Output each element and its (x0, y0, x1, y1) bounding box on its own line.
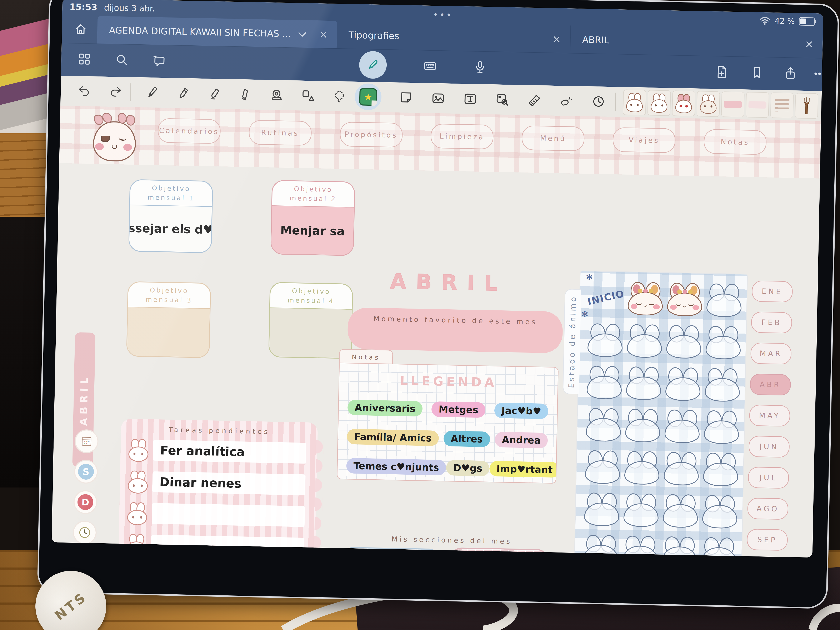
task-text[interactable]: Fer analítica (153, 440, 306, 464)
tab-abril[interactable]: ABRIL× (570, 25, 823, 58)
mood-bunny-slot[interactable] (624, 361, 664, 404)
mood-bunny-slot[interactable] (703, 321, 743, 364)
close-icon[interactable]: × (796, 38, 823, 51)
objective-card-1[interactable]: Objetivomensual 1Passejar els d♥gs (128, 179, 213, 253)
sticker-tool-icon[interactable]: ★ (355, 83, 382, 111)
section-frame-pink[interactable] (448, 547, 549, 557)
home-button[interactable] (71, 20, 90, 39)
mood-bunny-slot[interactable] (660, 489, 701, 532)
clock-shortcut-icon[interactable] (74, 521, 96, 543)
mood-bunny-slot[interactable] (581, 530, 621, 557)
mood-bunny-slot[interactable] (701, 447, 741, 490)
letter-s-icon[interactable]: S (75, 461, 97, 483)
fork-sticker[interactable] (795, 93, 818, 119)
month-tab-jun[interactable]: JUN (748, 436, 790, 458)
month-tab-feb[interactable]: FEB (751, 311, 792, 333)
month-tab-ene[interactable]: ENE (752, 280, 793, 303)
pink-washi-sticker[interactable] (721, 92, 744, 117)
objective-card-4[interactable]: Objetivomensual 4 (268, 282, 353, 359)
objective-card-3[interactable]: Objetivomensual 3 (126, 281, 211, 358)
stamp-sticker[interactable] (770, 93, 794, 118)
nav-button-limpieza[interactable]: Limpieza (431, 123, 494, 149)
nav-button-menu[interactable]: Menú (521, 125, 584, 151)
hamster-sticker[interactable] (697, 91, 720, 117)
bunny-heart-ears-sticker[interactable] (672, 90, 695, 116)
mood-bunny-slot[interactable] (584, 360, 624, 404)
add-page-icon[interactable] (711, 61, 732, 82)
checkbox-icon[interactable] (73, 552, 95, 557)
keyboard-icon[interactable] (419, 55, 441, 77)
ai-chat-icon[interactable] (148, 50, 170, 71)
bunny-bow-sticker[interactable] (623, 90, 646, 115)
shapes-icon[interactable] (297, 85, 319, 107)
clock-icon[interactable] (587, 90, 609, 112)
favorite-moment-box[interactable]: Momento favorito de este mes (347, 307, 563, 353)
pen-icon[interactable] (141, 82, 163, 104)
pencil-icon[interactable] (172, 82, 194, 104)
month-tab-sep[interactable]: SEP (747, 529, 788, 551)
month-tab-may[interactable]: MAY (749, 404, 790, 427)
mood-bunny-slot[interactable] (662, 404, 702, 447)
window-controls-dots[interactable]: ••• (433, 10, 453, 20)
photo-search-icon[interactable] (491, 88, 513, 111)
nav-button-rutinas[interactable]: Rutinas (248, 120, 312, 146)
mood-bunny-slot[interactable] (704, 278, 744, 322)
pen-circle-icon[interactable] (359, 51, 387, 79)
microphone-icon[interactable] (469, 57, 491, 78)
highlighter-icon[interactable] (203, 83, 226, 105)
mood-bunny-slot[interactable] (621, 488, 661, 531)
nav-button-notas[interactable]: Notas (704, 129, 767, 155)
undo-icon[interactable] (73, 80, 95, 102)
nav-button-propositos[interactable]: Propósitos (339, 122, 403, 147)
task-text[interactable] (151, 535, 305, 558)
mood-bunny-slot[interactable] (582, 487, 622, 531)
tab-tipografies[interactable]: Tipografies× (337, 21, 571, 53)
bookmark-icon[interactable] (747, 62, 768, 83)
smart-eraser-icon[interactable] (556, 90, 578, 112)
nav-button-calendarios[interactable]: Calendarios (158, 118, 221, 144)
nav-button-viajes[interactable]: Viajes (613, 127, 676, 153)
mood-bunny-slot[interactable] (702, 363, 742, 406)
task-text[interactable]: Dinar nenes (152, 472, 306, 496)
month-tab-jul[interactable]: JUL (748, 467, 789, 489)
letter-d-icon[interactable]: D (74, 491, 96, 513)
mood-bunny-slot[interactable] (623, 404, 663, 447)
notes-folder-tab[interactable]: Notas (339, 349, 393, 365)
pale-washi-sticker[interactable] (745, 92, 769, 118)
month-tab-ago[interactable]: AGO (747, 498, 788, 520)
calendar-icon[interactable] (76, 430, 98, 452)
mood-bunny-slot[interactable] (661, 447, 701, 490)
mood-bunny-slot[interactable] (585, 318, 625, 361)
mood-bunny-slot[interactable] (701, 405, 742, 448)
mood-bunny-slot[interactable] (622, 446, 662, 489)
mood-bunny-slot[interactable] (620, 531, 660, 557)
mood-bunny-slot[interactable] (659, 531, 699, 558)
grid-icon[interactable] (74, 49, 95, 70)
mood-bunny-slot[interactable] (583, 445, 623, 488)
tape-icon[interactable] (266, 84, 288, 106)
mood-bunny-slot[interactable] (664, 320, 704, 363)
tab-agenda-digital-kawaii-sin-fechas-har[interactable]: AGENDA DIGITAL KAWAII SIN FECHAS – HAR…× (97, 16, 337, 48)
redo-icon[interactable] (104, 81, 127, 103)
text-icon[interactable] (459, 88, 481, 110)
mood-bunny-slot[interactable] (663, 362, 703, 405)
more-icon[interactable] (809, 63, 823, 84)
task-text[interactable] (152, 503, 305, 527)
objective-card-2[interactable]: Objetivomensual 2Menjar sa (270, 180, 355, 256)
close-icon[interactable]: × (543, 33, 570, 46)
month-tab-abr[interactable]: ABR (750, 374, 791, 396)
bunny-wink-sticker[interactable] (647, 90, 671, 116)
image-icon[interactable] (427, 87, 449, 109)
mood-bunny-slot[interactable] (624, 319, 665, 362)
mood-bunny-slot[interactable] (699, 489, 740, 533)
eraser-icon[interactable] (235, 83, 257, 106)
mood-bunny-slot[interactable] (583, 403, 624, 446)
close-icon[interactable]: × (310, 28, 337, 41)
chevron-down-icon[interactable] (298, 29, 306, 37)
mood-bunny-slot[interactable] (699, 532, 739, 557)
month-tab-mar[interactable]: MAR (750, 343, 792, 365)
ruler-icon[interactable] (523, 89, 545, 111)
share-icon[interactable] (780, 63, 801, 84)
lasso-icon[interactable] (328, 85, 351, 107)
section-frame-blue[interactable] (339, 547, 441, 557)
